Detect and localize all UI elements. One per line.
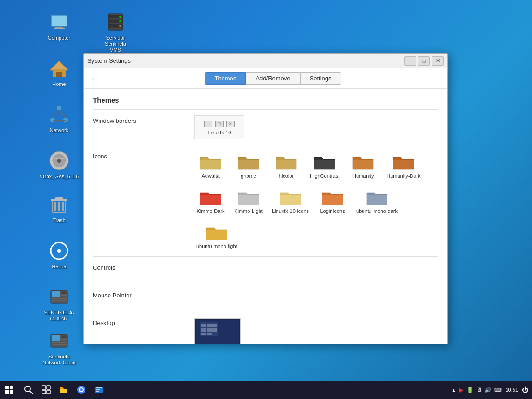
icon-item-humanity-dark[interactable]: Humanity-Dark (385, 151, 422, 181)
ubuntu-mono-dark-folder-icon (366, 188, 388, 206)
icon-item-hicolor[interactable]: hicolor (270, 151, 302, 181)
svg-rect-72 (96, 387, 102, 388)
desktop-icon-network[interactable]: Network (41, 102, 78, 135)
icon-item-kimmo-dark[interactable]: Kimmo-Dark (194, 186, 227, 216)
taskbar-browser-button[interactable] (73, 381, 90, 398)
tab-settings[interactable]: Settings (300, 72, 341, 85)
servidor-icon-label: Servidor Sentinela VMS (99, 35, 132, 54)
window-title: System Settings (87, 57, 131, 64)
desktop-icon-vbox[interactable]: VBox_GAs_6.1.6 (41, 148, 78, 181)
svg-rect-73 (96, 389, 100, 390)
icon-item-adwaita[interactable]: Adwaita (194, 151, 227, 181)
linuxfx-icons-folder-icon (279, 188, 302, 206)
close-button[interactable]: ✕ (432, 56, 444, 66)
svg-rect-67 (47, 390, 50, 394)
icon-item-humanity[interactable]: Humanity (347, 151, 379, 181)
svg-line-63 (30, 391, 33, 394)
vbox-icon (48, 150, 70, 172)
desktop-icon-sentinela-network[interactable]: Sentinela Network Client (41, 328, 78, 368)
taskbar-app1-button[interactable] (91, 381, 107, 398)
keyboard-icon: ⌨ (494, 387, 502, 393)
sentinela-network-icon (48, 330, 70, 352)
helloa-icon-label: Helloa (52, 264, 66, 270)
svg-point-31 (57, 249, 61, 253)
mini-maximize: □ (215, 121, 224, 127)
desktop-theme-item[interactable]: Linuxfx-10-dark (194, 318, 241, 344)
taskbar: ▲ ▶ 🔋 🖥 🔊 ⌨ 10:51 ⏻ (0, 381, 532, 399)
taskbar-search-button[interactable] (20, 381, 37, 398)
svg-rect-60 (5, 390, 9, 394)
gnome-folder-icon (237, 153, 260, 171)
back-button[interactable]: ← (89, 73, 100, 84)
svg-rect-36 (52, 298, 66, 299)
icon-item-ubuntu-mono-light[interactable]: ubuntu-mono-light (194, 221, 239, 251)
icon-item-linuxfx-icons[interactable]: Linuxfx-10-icons (270, 186, 311, 216)
power-icon[interactable]: ⏻ (522, 386, 528, 393)
svg-rect-58 (5, 386, 9, 389)
files-icon (59, 385, 69, 395)
svg-rect-38 (52, 302, 59, 302)
svg-rect-25 (54, 202, 56, 211)
svg-rect-49 (201, 324, 206, 327)
linuxfx-icons-label: Linuxfx-10-icons (272, 208, 309, 214)
sentinela-client-icon (48, 286, 70, 308)
window-toolbar: ← Themes Add/Remove Settings (84, 68, 447, 89)
desktop-icon-servidor[interactable]: Servidor Sentinela VMS (97, 9, 134, 55)
mini-close: ✕ (226, 121, 235, 127)
svg-rect-42 (61, 339, 66, 340)
icon-item-ubuntu-mono-dark[interactable]: ubuntu-mono-dark (354, 186, 399, 216)
svg-rect-33 (52, 291, 60, 297)
window-borders-label: Window borders (93, 115, 194, 124)
desktop-icon-helloa[interactable]: Helloa (41, 238, 78, 272)
svg-rect-66 (42, 390, 46, 394)
taskbar-files-button[interactable] (55, 381, 72, 398)
desktop-label: Desktop (93, 318, 194, 326)
svg-point-10 (119, 25, 121, 27)
tab-add-remove[interactable]: Add/Remove (246, 72, 300, 85)
start-button[interactable] (0, 381, 18, 399)
icons-content: Adwaita gnome hicolor (194, 151, 438, 251)
humanity-dark-label: Humanity-Dark (387, 173, 420, 179)
minimize-button[interactable]: ─ (404, 56, 416, 66)
adwaita-folder-icon (200, 153, 222, 171)
window-titlebar: System Settings ─ □ ✕ (84, 54, 447, 68)
taskbar-system-icons: ▲ ▶ 🔋 🖥 🔊 ⌨ (452, 386, 502, 393)
svg-rect-37 (52, 300, 66, 301)
gnome-label: gnome (241, 173, 256, 179)
network-icon (48, 103, 70, 126)
window-border-item[interactable]: ─ □ ✕ Linuxfx-10 (194, 115, 244, 139)
taskbar-right: ▲ ▶ 🔋 🖥 🔊 ⌨ 10:51 ⏻ (452, 386, 532, 393)
arrow-icon[interactable]: ▲ (452, 387, 456, 393)
svg-rect-50 (207, 324, 212, 327)
humanity-label: Humanity (352, 173, 374, 179)
icon-item-highcontrast[interactable]: HighContrast (308, 151, 341, 181)
svg-rect-61 (10, 390, 13, 394)
window-borders-row: Window borders ─ □ ✕ Linuxfx-10 (93, 109, 438, 145)
desktop-icon-computer[interactable]: Computer (41, 9, 78, 43)
network-status-icon: 🖥 (476, 387, 482, 393)
taskbar-clock: 10:51 (505, 387, 518, 393)
desktop-icon-home[interactable]: Home (41, 55, 78, 89)
app-icon-red[interactable]: ▶ (459, 386, 464, 393)
search-icon (24, 385, 33, 394)
svg-rect-28 (51, 199, 67, 201)
svg-rect-54 (212, 328, 217, 332)
desktop-preview (194, 318, 241, 344)
tab-themes[interactable]: Themes (205, 72, 246, 85)
svg-rect-52 (201, 328, 206, 332)
taskbar-taskview-button[interactable] (38, 381, 54, 398)
desktop-icon-trash[interactable]: Trash (41, 192, 78, 225)
icon-item-loginicons[interactable]: LoginIcons (316, 186, 349, 216)
mouse-pointer-row: Mouse Pointer (93, 284, 438, 312)
desktop-icon-sentinela-client[interactable]: SENTINELA-CLIENT (41, 284, 78, 324)
icon-item-gnome[interactable]: gnome (232, 151, 265, 181)
icon-item-kimmo-light[interactable]: Kimmo-Light (232, 186, 265, 216)
browser-icon (76, 385, 86, 395)
taskbar-items (18, 381, 109, 398)
svg-rect-26 (58, 202, 60, 211)
maximize-button[interactable]: □ (418, 56, 430, 66)
clock-time: 10:51 (505, 387, 518, 393)
window-controls: ─ □ ✕ (404, 56, 444, 66)
svg-rect-65 (47, 386, 50, 389)
svg-rect-13 (56, 72, 62, 77)
